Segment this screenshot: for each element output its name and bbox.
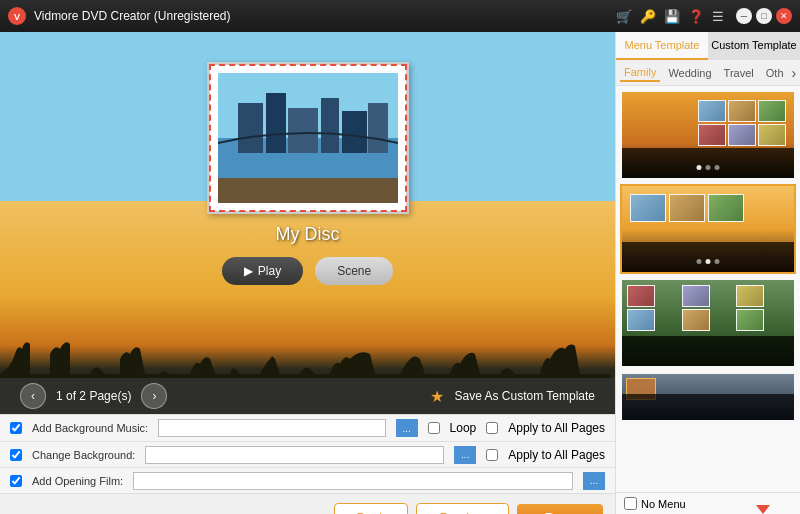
category-next-icon[interactable]: › xyxy=(792,65,797,81)
svg-rect-8 xyxy=(342,111,367,153)
template-item-3[interactable] xyxy=(620,278,796,368)
page-info: 1 of 2 Page(s) xyxy=(56,389,131,403)
opening-film-label: Add Opening Film: xyxy=(32,475,123,487)
svg-rect-7 xyxy=(321,98,339,153)
app-title: Vidmore DVD Creator (Unregistered) xyxy=(34,9,616,23)
change-bg-row: Change Background: ... Apply to All Page… xyxy=(0,441,615,467)
templates-list xyxy=(616,86,800,492)
minimize-button[interactable]: ─ xyxy=(736,8,752,24)
preview-button[interactable]: Preview xyxy=(416,503,508,514)
opening-film-browse-button[interactable]: ... xyxy=(583,472,605,490)
back-button[interactable]: Back xyxy=(334,503,409,514)
svg-rect-5 xyxy=(266,93,286,153)
cart-icon[interactable]: 🛒 xyxy=(616,9,632,24)
bg-music-checkbox[interactable] xyxy=(10,422,22,434)
bg-music-row: Add Background Music: ... Loop Apply to … xyxy=(0,415,615,441)
opening-film-row: Add Opening Film: ... xyxy=(0,467,615,493)
template-item-2[interactable] xyxy=(620,184,796,274)
main-area: My Disc ▶ Play Scene ‹ 1 of 2 Page(s) › … xyxy=(0,32,800,514)
category-tabs: Family Wedding Travel Oth › xyxy=(616,60,800,86)
app-logo: V xyxy=(8,7,26,25)
key-icon[interactable]: 🔑 xyxy=(640,9,656,24)
cat-other[interactable]: Oth xyxy=(762,65,788,81)
pagination-bar: ‹ 1 of 2 Page(s) › ★ Save As Custom Temp… xyxy=(0,378,615,414)
bg-music-browse-button[interactable]: ... xyxy=(396,419,418,437)
svg-rect-10 xyxy=(218,178,398,203)
opening-film-checkbox[interactable] xyxy=(10,475,22,487)
bg-music-input[interactable] xyxy=(158,419,385,437)
svg-text:V: V xyxy=(14,12,20,22)
tab-custom-template[interactable]: Custom Template xyxy=(708,32,800,60)
tab-menu-template[interactable]: Menu Template xyxy=(616,32,708,60)
loop-checkbox[interactable] xyxy=(428,422,440,434)
prev-page-button[interactable]: ‹ xyxy=(20,383,46,409)
right-panel: Menu Template Custom Template Family Wed… xyxy=(615,32,800,514)
svg-rect-4 xyxy=(238,103,263,153)
titlebar-icons: 🛒 🔑 💾 ❓ ☰ xyxy=(616,9,724,24)
action-bar: Back Preview Burn xyxy=(0,493,615,514)
apply-all-music-label: Apply to All Pages xyxy=(508,421,605,435)
apply-all-bg-label: Apply to All Pages xyxy=(508,448,605,462)
bg-music-label: Add Background Music: xyxy=(32,422,148,434)
window-controls: ─ □ ✕ xyxy=(736,8,792,24)
change-bg-input[interactable] xyxy=(145,446,444,464)
cat-wedding[interactable]: Wedding xyxy=(664,65,715,81)
apply-all-music-checkbox[interactable] xyxy=(486,422,498,434)
apply-all-bg-checkbox[interactable] xyxy=(486,449,498,461)
disc-controls: ▶ Play Scene xyxy=(222,257,393,285)
save-icon[interactable]: 💾 xyxy=(664,9,680,24)
svg-rect-6 xyxy=(288,108,318,153)
scene-button[interactable]: Scene xyxy=(315,257,393,285)
help-icon[interactable]: ❓ xyxy=(688,9,704,24)
loop-label: Loop xyxy=(450,421,477,435)
no-menu-row: No Menu xyxy=(616,492,800,514)
opening-film-input[interactable] xyxy=(133,472,573,490)
no-menu-checkbox[interactable] xyxy=(624,497,637,510)
bottom-options: Add Background Music: ... Loop Apply to … xyxy=(0,414,615,514)
menu-icon[interactable]: ☰ xyxy=(712,9,724,24)
change-bg-browse-button[interactable]: ... xyxy=(454,446,476,464)
maximize-button[interactable]: □ xyxy=(756,8,772,24)
disc-title: My Disc xyxy=(276,224,340,245)
template-tabs: Menu Template Custom Template xyxy=(616,32,800,60)
template-item-1[interactable] xyxy=(620,90,796,180)
titlebar: V Vidmore DVD Creator (Unregistered) 🛒 🔑… xyxy=(0,0,800,32)
next-page-button[interactable]: › xyxy=(141,383,167,409)
template-item-4[interactable] xyxy=(620,372,796,422)
cat-travel[interactable]: Travel xyxy=(720,65,758,81)
preview-panel: My Disc ▶ Play Scene ‹ 1 of 2 Page(s) › … xyxy=(0,32,615,514)
svg-rect-9 xyxy=(368,103,388,153)
change-bg-label: Change Background: xyxy=(32,449,135,461)
disc-thumbnail xyxy=(218,73,398,203)
disc-preview: My Disc ▶ Play Scene xyxy=(207,62,409,285)
play-icon: ▶ xyxy=(244,264,253,278)
burn-button[interactable]: Burn xyxy=(517,504,603,514)
star-icon: ★ xyxy=(430,387,444,406)
stamp-frame xyxy=(207,62,409,214)
change-bg-checkbox[interactable] xyxy=(10,449,22,461)
burn-arrow-indicator xyxy=(756,505,770,514)
play-button[interactable]: ▶ Play xyxy=(222,257,303,285)
close-button[interactable]: ✕ xyxy=(776,8,792,24)
no-menu-label: No Menu xyxy=(641,498,686,510)
cat-family[interactable]: Family xyxy=(620,64,660,82)
save-template-button[interactable]: Save As Custom Template xyxy=(454,389,595,403)
